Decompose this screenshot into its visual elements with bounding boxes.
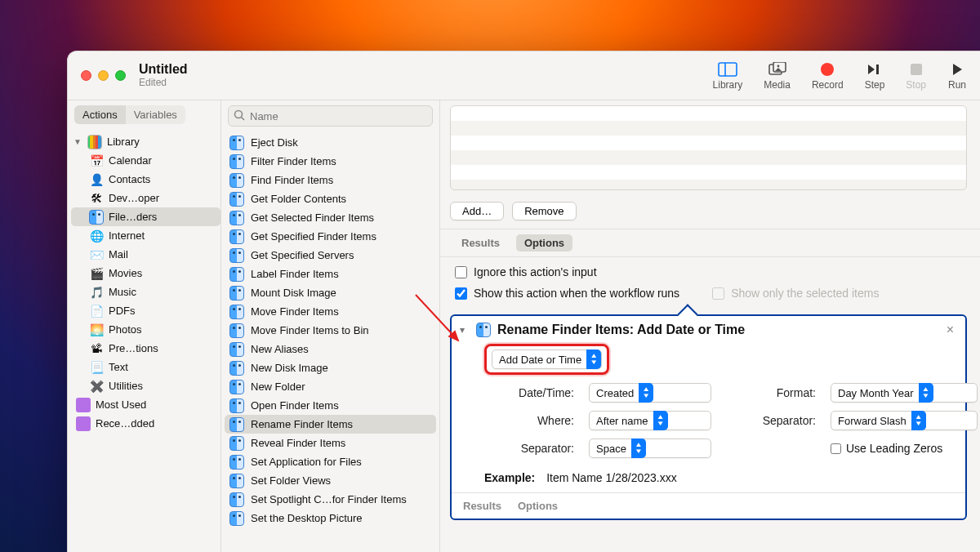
action-item[interactable]: Find Finder Items — [225, 171, 436, 189]
library-item[interactable]: ✖️Utilities — [71, 376, 220, 395]
library-item-label: File…ders — [109, 211, 157, 223]
action-item[interactable]: Reveal Finder Items — [225, 434, 436, 452]
action-item[interactable]: Filter Finder Items — [225, 152, 436, 171]
tab-actions[interactable]: Actions — [74, 105, 126, 124]
automator-window: Untitled Edited Library Media Record — [67, 51, 980, 552]
updown-icon: ▲▼ — [639, 383, 653, 403]
toolbar-step[interactable]: Step — [865, 61, 885, 91]
library-item[interactable]: 🎵Music — [71, 283, 220, 301]
action-item[interactable]: Get Specified Finder Items — [225, 227, 436, 246]
option-show-when-runs[interactable]: Show this action when the workflow runs — [455, 287, 679, 300]
library-item-label: Utilities — [109, 380, 143, 392]
library-item-label: Pre…tions — [109, 342, 158, 354]
toolbar-media[interactable]: Media — [764, 61, 791, 91]
separator-select[interactable]: Space ▲▼ — [589, 438, 711, 458]
action-item[interactable]: Get Specified Servers — [225, 246, 436, 265]
action-item-label: Set Spotlight C…for Finder Items — [251, 493, 407, 505]
separator2-select[interactable]: Forward Slash ▲▼ — [831, 411, 978, 430]
library-icon — [87, 135, 102, 149]
zoom-window[interactable] — [115, 70, 126, 81]
action-item[interactable]: Set Application for Files — [225, 452, 436, 471]
folder-most-used[interactable]: Most Used — [71, 395, 220, 414]
actions-list[interactable]: Eject DiskFilter Finder ItemsFind Finder… — [221, 131, 439, 552]
library-item[interactable]: ✉️Mail — [71, 245, 220, 264]
finder-icon — [229, 398, 244, 413]
internet-icon: 🌐 — [89, 229, 104, 243]
library-item[interactable]: 📽Pre…tions — [71, 339, 220, 358]
library-item[interactable]: 📄PDFs — [71, 301, 220, 320]
library-item[interactable]: 👤Contacts — [71, 170, 220, 189]
action-item[interactable]: Get Folder Contents — [225, 189, 436, 208]
card-tab-results[interactable]: Results — [463, 500, 501, 512]
action-item[interactable]: Set Folder Views — [225, 471, 436, 490]
option-show-only-selected: Show only the selected items — [712, 287, 879, 300]
action-item-label: Get Specified Servers — [251, 249, 354, 261]
close-icon[interactable]: × — [943, 323, 957, 337]
library-item[interactable]: 📅Calendar — [71, 151, 220, 170]
svg-point-8 — [235, 111, 243, 118]
chevron-down-icon[interactable]: ▾ — [460, 324, 470, 336]
card-tab-options[interactable]: Options — [518, 500, 558, 512]
mode-select[interactable]: Add Date or Time ▲▼ — [492, 349, 602, 369]
action-item[interactable]: Open Finder Items — [225, 396, 436, 415]
format-select[interactable]: Day Month Year ▲▼ — [831, 383, 978, 403]
toolbar: Library Media Record Step — [713, 61, 967, 91]
action-item[interactable]: Move Finder Items to Bin — [225, 321, 436, 340]
library-item-label: Internet — [109, 229, 145, 242]
library-item-label: Dev…oper — [109, 192, 159, 204]
toolbar-library[interactable]: Library — [713, 61, 743, 91]
action-item[interactable]: Set Spotlight C…for Finder Items — [225, 490, 436, 509]
library-item[interactable]: File…ders — [71, 207, 220, 226]
action-item[interactable]: Eject Disk — [225, 133, 436, 152]
subtab-results[interactable]: Results — [453, 234, 508, 252]
action-item-label: Rename Finder Items — [251, 418, 353, 430]
tab-variables[interactable]: Variables — [126, 105, 185, 124]
chevron-down-icon: ▼ — [73, 137, 82, 146]
action-item-label: New Aliases — [251, 343, 309, 355]
finder-icon — [229, 211, 244, 225]
close-window[interactable] — [81, 70, 91, 81]
workflow-subtabs: Results Options — [440, 229, 980, 257]
action-item[interactable]: Label Finder Items — [225, 265, 436, 283]
action-item[interactable]: Mount Disk Image — [225, 283, 436, 302]
library-item-label: Contacts — [109, 173, 150, 185]
toolbar-run[interactable]: Run — [947, 61, 967, 91]
action-item[interactable]: Rename Finder Items — [225, 415, 436, 434]
finder-icon — [229, 323, 244, 338]
finder-icon — [229, 380, 244, 394]
action-item[interactable]: New Disk Image — [225, 358, 436, 377]
library-item[interactable]: 🌅Photos — [71, 320, 220, 339]
folder-icon — [76, 416, 91, 431]
action-item[interactable]: Set the Desktop Picture — [225, 509, 436, 528]
action-item-label: Label Finder Items — [251, 268, 339, 280]
library-root[interactable]: ▼ Library — [71, 132, 220, 151]
calendar-icon: 📅 — [89, 154, 104, 168]
add-button[interactable]: Add… — [450, 202, 504, 220]
library-item-label: Calendar — [109, 154, 152, 167]
search-input[interactable] — [228, 105, 433, 127]
action-item[interactable]: Get Selected Finder Items — [225, 208, 436, 227]
leading-zeros-checkbox[interactable]: Use Leading Zeros — [831, 442, 980, 455]
action-item[interactable]: New Folder — [225, 377, 436, 396]
action-item-label: New Disk Image — [251, 362, 328, 374]
folder-recently-added[interactable]: Rece…dded — [71, 414, 220, 433]
action-item[interactable]: New Aliases — [225, 340, 436, 358]
library-item[interactable]: 🌐Internet — [71, 226, 220, 245]
library-item[interactable]: 📃Text — [71, 358, 220, 376]
workflow-input-box[interactable] — [450, 105, 967, 190]
where-select[interactable]: After name ▲▼ — [589, 411, 711, 430]
library-item[interactable]: 🎬Movies — [71, 264, 220, 283]
svg-line-9 — [242, 118, 245, 121]
library-item[interactable]: 🛠Dev…oper — [71, 189, 220, 207]
developer-icon: 🛠 — [89, 191, 104, 206]
toolbar-record[interactable]: Record — [812, 61, 844, 91]
workflow-options: Ignore this action's input Show this act… — [440, 257, 980, 308]
updown-icon: ▲▼ — [653, 411, 668, 430]
datetime-select[interactable]: Created ▲▼ — [589, 383, 711, 403]
action-item[interactable]: Move Finder Items — [225, 302, 436, 321]
remove-button[interactable]: Remove — [512, 202, 576, 220]
minimize-window[interactable] — [98, 70, 109, 81]
option-ignore-input[interactable]: Ignore this action's input — [455, 265, 965, 278]
subtab-options[interactable]: Options — [516, 234, 572, 252]
action-item-label: Filter Finder Items — [251, 155, 336, 167]
